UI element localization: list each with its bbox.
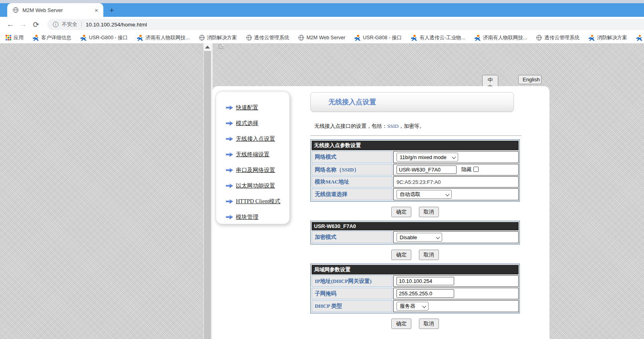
menu-link[interactable]: 模式选择 — [236, 120, 258, 127]
bookmark-item[interactable]: USR-G808 - 接口 — [354, 34, 402, 41]
bookmark-item[interactable]: 透传云管理系统 — [246, 34, 290, 41]
bookmark-label: 消防解决方案 — [597, 34, 627, 41]
tab-strip: M2M Web Server × + — [0, 3, 644, 17]
hide-ssid-checkbox[interactable] — [473, 167, 479, 172]
bookmark-label: 济南有人物联网技... — [145, 34, 189, 41]
reload-icon[interactable]: ⟳ — [30, 20, 42, 29]
confirm-button[interactable]: 确定 — [391, 207, 411, 217]
hide-ssid-label: 隐藏 — [461, 166, 472, 172]
menu-item-httpd-client[interactable]: HTTPD Client模式 — [226, 194, 290, 209]
security-label: 不安全 — [62, 21, 77, 28]
bookmark-label: 透传云管理系统 — [254, 34, 290, 41]
scrollbar-thumb[interactable] — [204, 51, 211, 339]
globe-icon — [536, 35, 542, 40]
bookmark-label: M2M Web Server — [306, 35, 345, 40]
arrow-icon — [226, 214, 233, 220]
bookmark-item[interactable]: 有人透传云-工业物... — [411, 34, 465, 41]
cancel-button[interactable]: 取消 — [419, 250, 439, 260]
arrow-icon — [226, 199, 233, 204]
usr-logo-icon — [80, 35, 87, 41]
new-tab-button[interactable]: + — [107, 6, 116, 15]
usr-logo-icon — [589, 35, 595, 41]
bookmark-item[interactable]: 客户详细信息 — [33, 34, 71, 41]
browser-tab[interactable]: M2M Web Server × — [7, 3, 103, 17]
menu-item-mode-select[interactable]: 模式选择 — [226, 115, 290, 131]
bookmark-label: 消防解决方案 — [207, 34, 237, 41]
confirm-button[interactable]: 确定 — [391, 319, 411, 329]
menu-item-ap-settings[interactable]: 无线接入点设置 — [226, 131, 290, 147]
arrow-icon — [226, 105, 233, 110]
bookmark-item[interactable]: USR-G800 - 接口 — [80, 34, 128, 41]
tab-close-icon[interactable]: × — [93, 7, 99, 13]
menu-link[interactable]: 无线终端设置 — [236, 151, 270, 158]
url-text[interactable]: 10.10.100.254/home.html — [86, 22, 147, 28]
menu-item-ethernet[interactable]: 以太网功能设置 — [226, 178, 290, 194]
bookmark-item[interactable]: 透传云管理系统 — [536, 34, 580, 41]
bookmark-label: USR-G808 - 接口 — [363, 34, 402, 41]
omnibox-divider — [81, 21, 82, 28]
arrow-icon — [226, 167, 233, 173]
menu-link[interactable]: 模块管理 — [236, 214, 258, 221]
bookmark-item[interactable]: 192.16 — [636, 35, 644, 41]
menu-item-quick-config[interactable]: 快速配置 — [226, 100, 290, 115]
select-value: 自动选取 — [400, 191, 421, 198]
select-value: 11b/g/n mixed mode — [400, 154, 447, 160]
arrow-icon — [226, 183, 233, 188]
main-content: 无线接入点设置 无线接入点接口的设置，包括：SSID，加密等。 无线接入点参数设… — [310, 92, 521, 329]
subnet-mask-input[interactable] — [396, 289, 454, 298]
usr-logo-icon — [636, 35, 642, 41]
bookmark-item[interactable]: 济南有人物联网技... — [475, 34, 527, 41]
cancel-button[interactable]: 取消 — [419, 319, 439, 329]
description-text: ，加密等。 — [398, 123, 425, 129]
page-title: 无线接入点设置 — [310, 92, 514, 112]
encryption-mode-select[interactable]: Disable — [396, 233, 442, 242]
usr-logo-icon — [354, 35, 360, 41]
row-label: 网络模式 — [312, 151, 392, 163]
content-panel: 快速配置 模式选择 无线接入点设置 无线终端设置 串口及网络设置 以太网功能设置… — [212, 86, 549, 339]
cancel-button[interactable]: 取消 — [419, 207, 439, 217]
arrow-icon — [226, 136, 233, 141]
menu-link[interactable]: 无线接入点设置 — [236, 135, 275, 143]
bookmark-item[interactable]: 济南有人物联网技... — [137, 34, 189, 41]
description-ssid: SSID — [387, 123, 398, 129]
frame-scrollbar[interactable] — [203, 43, 211, 339]
menu-item-serial-network[interactable]: 串口及网络设置 — [226, 162, 290, 178]
confirm-button[interactable]: 确定 — [391, 250, 411, 260]
bookmark-item[interactable]: 消防解决方案 — [199, 34, 237, 41]
ip-address-input[interactable] — [396, 277, 454, 285]
arrow-icon — [226, 152, 233, 157]
back-icon[interactable]: ← — [4, 20, 17, 29]
bookmark-label: 应用 — [14, 34, 24, 41]
channel-select[interactable]: 自动选取 — [396, 190, 452, 199]
tab-title: M2M Web Server — [22, 7, 93, 13]
ssid-input[interactable] — [396, 165, 457, 174]
dhcp-type-select[interactable]: 服务器 — [396, 302, 429, 311]
sidebar-menu: 快速配置 模式选择 无线接入点设置 无线终端设置 串口及网络设置 以太网功能设置… — [215, 91, 290, 224]
row-label: 子网掩码 — [312, 288, 392, 299]
table-header: 局域网参数设置 — [312, 265, 519, 274]
select-value: 服务器 — [400, 303, 415, 310]
site-info-icon[interactable]: i — [53, 22, 58, 27]
window-top-edge — [0, 0, 644, 3]
chevron-down-icon — [422, 304, 426, 308]
tab-favicon-globe-icon — [13, 7, 18, 13]
network-mode-select[interactable]: 11b/g/n mixed mode — [396, 153, 458, 161]
address-bar[interactable]: i 不安全 10.10.100.254/home.html — [47, 19, 644, 30]
menu-item-module-admin[interactable]: 模块管理 — [226, 209, 290, 225]
page-description: 无线接入点接口的设置，包括：SSID，加密等。 — [314, 123, 521, 130]
select-value: Disable — [400, 234, 417, 240]
lang-english-button[interactable]: English — [518, 75, 541, 84]
lan-params-table: 局域网参数设置 IP地址(DHCP网关设置) 子网掩码 DHCP 类型 服务器 — [310, 264, 520, 313]
bookmark-label: USR-G800 - 接口 — [89, 34, 128, 41]
menu-link[interactable]: 串口及网络设置 — [236, 167, 275, 174]
forward-icon[interactable]: → — [17, 20, 30, 29]
menu-item-sta-settings[interactable]: 无线终端设置 — [226, 147, 290, 162]
bookmark-apps[interactable]: 应用 — [6, 34, 24, 41]
menu-link[interactable]: 快速配置 — [236, 104, 258, 111]
bookmark-item[interactable]: M2M Web Server — [298, 35, 345, 40]
scrollbar-up-arrow-icon[interactable] — [203, 43, 211, 51]
bookmark-item[interactable]: 消防解决方案 — [589, 34, 627, 41]
menu-link[interactable]: HTTPD Client模式 — [236, 198, 280, 205]
table-header: USR-W630_F7A0 — [312, 222, 519, 230]
menu-link[interactable]: 以太网功能设置 — [236, 182, 275, 190]
